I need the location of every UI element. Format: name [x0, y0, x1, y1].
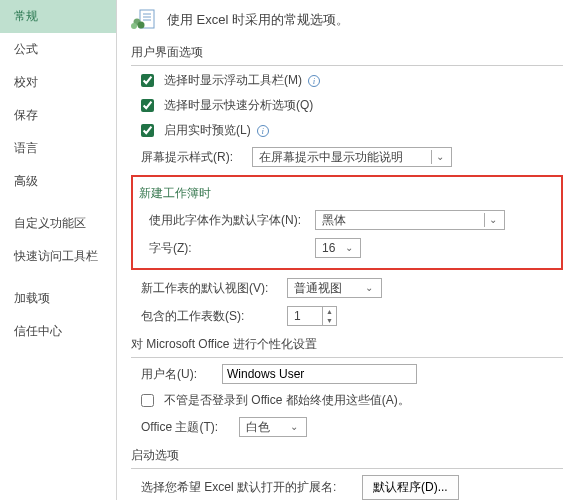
- minitoolbar-label: 选择时显示浮动工具栏(M): [164, 72, 302, 89]
- spin-down-icon[interactable]: ▼: [323, 316, 336, 325]
- minitoolbar-checkbox[interactable]: [141, 74, 154, 87]
- section-title: 启动选项: [131, 445, 563, 469]
- livepreview-label: 启用实时预览(L): [164, 122, 251, 139]
- page-title: 使用 Excel 时采用的常规选项。: [167, 11, 349, 29]
- username-input[interactable]: [222, 364, 417, 384]
- tooltip-style-select[interactable]: 在屏幕提示中显示功能说明 ⌄: [252, 147, 452, 167]
- tooltip-style-label: 屏幕提示样式(R):: [141, 149, 246, 166]
- info-icon[interactable]: i: [257, 125, 269, 137]
- chevron-down-icon: ⌄: [341, 241, 356, 255]
- section-startup: 启动选项 选择您希望 Excel 默认打开的扩展名: 默认程序(D)... 告诉…: [131, 445, 563, 500]
- always-use-label: 不管是否登录到 Office 都始终使用这些值(A)。: [164, 392, 410, 409]
- options-icon: [131, 8, 157, 32]
- svg-point-6: [131, 23, 137, 29]
- livepreview-checkbox[interactable]: [141, 124, 154, 137]
- sidebar-item-language[interactable]: 语言: [0, 132, 116, 165]
- sidebar: 常规 公式 校对 保存 语言 高级 自定义功能区 快速访问工具栏 加载项 信任中…: [0, 0, 117, 500]
- sidebar-item-qat[interactable]: 快速访问工具栏: [0, 240, 116, 273]
- default-font-value: 黑体: [322, 212, 346, 229]
- username-label: 用户名(U):: [141, 366, 216, 383]
- section-title: 对 Microsoft Office 进行个性化设置: [131, 334, 563, 358]
- header: 使用 Excel 时采用的常规选项。: [131, 8, 563, 32]
- chevron-down-icon: ⌄: [484, 213, 500, 227]
- always-use-checkbox[interactable]: [141, 394, 154, 407]
- font-size-select[interactable]: 16 ⌄: [315, 238, 361, 258]
- highlight-box: 新建工作簿时 使用此字体作为默认字体(N): 黑体 ⌄ 字号(Z): 16 ⌄: [131, 175, 563, 270]
- sidebar-item-advanced[interactable]: 高级: [0, 165, 116, 198]
- default-font-select[interactable]: 黑体 ⌄: [315, 210, 505, 230]
- sheets-count-value: 1: [288, 309, 322, 323]
- extensions-label: 选择您希望 Excel 默认打开的扩展名:: [141, 479, 356, 496]
- office-theme-select[interactable]: 白色 ⌄: [239, 417, 307, 437]
- chevron-down-icon: ⌄: [431, 150, 447, 164]
- chevron-down-icon: ⌄: [286, 420, 302, 434]
- info-icon[interactable]: i: [308, 75, 320, 87]
- office-theme-value: 白色: [246, 419, 270, 436]
- default-view-select[interactable]: 普通视图 ⌄: [287, 278, 382, 298]
- section-ui-options: 用户界面选项 选择时显示浮动工具栏(M) i 选择时显示快速分析选项(Q) 启用…: [131, 42, 563, 167]
- default-view-value: 普通视图: [294, 280, 342, 297]
- quickanalysis-checkbox[interactable]: [141, 99, 154, 112]
- font-size-label: 字号(Z):: [149, 240, 309, 257]
- default-programs-button[interactable]: 默认程序(D)...: [362, 475, 459, 500]
- sidebar-item-customize-ribbon[interactable]: 自定义功能区: [0, 207, 116, 240]
- separator: [10, 202, 106, 203]
- default-view-label: 新工作表的默认视图(V):: [141, 280, 281, 297]
- sidebar-item-trust-center[interactable]: 信任中心: [0, 315, 116, 348]
- default-font-label: 使用此字体作为默认字体(N):: [149, 212, 309, 229]
- tooltip-style-value: 在屏幕提示中显示功能说明: [259, 149, 403, 166]
- spin-up-icon[interactable]: ▲: [323, 307, 336, 316]
- section-personalize: 对 Microsoft Office 进行个性化设置 用户名(U): 不管是否登…: [131, 334, 563, 437]
- sidebar-item-formulas[interactable]: 公式: [0, 33, 116, 66]
- separator: [10, 277, 106, 278]
- sidebar-item-general[interactable]: 常规: [0, 0, 116, 33]
- font-size-value: 16: [322, 241, 335, 255]
- section-newwb-extra: 新工作表的默认视图(V): 普通视图 ⌄ 包含的工作表数(S): 1 ▲ ▼: [131, 278, 563, 326]
- sheets-count-label: 包含的工作表数(S):: [141, 308, 281, 325]
- section-title: 新建工作簿时: [139, 183, 555, 202]
- quickanalysis-label: 选择时显示快速分析选项(Q): [164, 97, 313, 114]
- section-title: 用户界面选项: [131, 42, 563, 66]
- svg-point-5: [138, 22, 145, 29]
- office-theme-label: Office 主题(T):: [141, 419, 233, 436]
- main-panel: 使用 Excel 时采用的常规选项。 用户界面选项 选择时显示浮动工具栏(M) …: [117, 0, 571, 500]
- chevron-down-icon: ⌄: [361, 281, 377, 295]
- sheets-count-spinner[interactable]: 1 ▲ ▼: [287, 306, 337, 326]
- sidebar-item-addins[interactable]: 加载项: [0, 282, 116, 315]
- sidebar-item-proofing[interactable]: 校对: [0, 66, 116, 99]
- sidebar-item-save[interactable]: 保存: [0, 99, 116, 132]
